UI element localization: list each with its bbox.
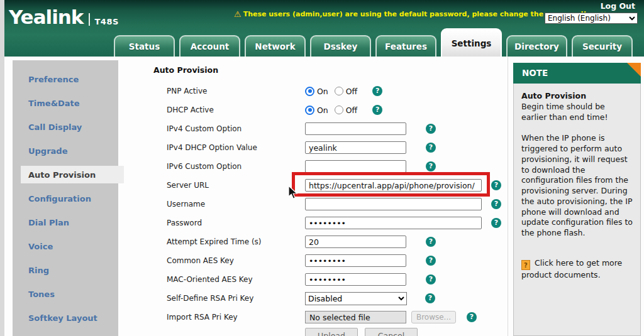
ipv4-dhcp-option-value-input[interactable] (305, 141, 406, 154)
field-label: DHCP Active (118, 106, 305, 114)
logo-divider (89, 13, 90, 26)
upload-button[interactable]: Upload (305, 328, 358, 336)
server-url-input[interactable] (305, 179, 482, 192)
note-heading: Auto Provision (521, 91, 633, 102)
folded-corner-icon (627, 63, 641, 77)
note-line: Begin time should be earlier than end ti… (521, 102, 633, 123)
radio-label: On (317, 106, 328, 115)
brand-name: Yealink (9, 8, 83, 27)
mac-oriented-aes-key-input[interactable] (305, 273, 406, 286)
field-label: Attempt Expired Time (s) (118, 237, 305, 246)
default-password-warning: ⚠ These users (admin,user) are using the… (234, 10, 586, 18)
form-row-pnp-active: PNP Active On Off ? (118, 82, 513, 100)
help-icon[interactable]: ? (426, 237, 436, 247)
help-icon[interactable]: ? (426, 256, 436, 266)
help-icon[interactable]: ? (426, 161, 436, 171)
ipv4-custom-option-input[interactable] (305, 122, 406, 135)
form-buttons: Upload Cancel (305, 328, 418, 336)
sidebar-item-configuration[interactable]: Configuration (13, 187, 118, 210)
tab-dsskey[interactable]: Dsskey (310, 35, 371, 57)
tab-settings[interactable]: Settings (441, 28, 502, 57)
warning-icon: ⚠ (234, 10, 242, 18)
form-row-ipv6-custom-option: IPv6 Custom Option ? (118, 157, 513, 176)
tab-security[interactable]: Security (572, 35, 633, 57)
tab-status[interactable]: Status (114, 35, 175, 57)
sidebar-item-ring[interactable]: Ring (13, 258, 118, 282)
language-select[interactable]: English (English) (545, 13, 638, 24)
sidebar-item-time-date[interactable]: Time&Date (13, 91, 118, 115)
common-aes-key-input[interactable] (305, 254, 406, 267)
form-row-ipv4-custom-option: IPv4 Custom Option ? (118, 119, 513, 138)
help-icon[interactable]: ? (372, 105, 382, 115)
note-docs-line: ?Click here to get more product document… (521, 258, 633, 281)
form-row-self-define-rsa-pri-key: Self-Define RSA Pri Key Disabled ? (118, 289, 513, 308)
document-help-icon[interactable]: ? (521, 260, 530, 270)
tab-network[interactable]: Network (245, 35, 306, 57)
password-input[interactable] (305, 217, 482, 229)
form-rows: PNP Active On Off ? DHCP Active On (118, 82, 513, 327)
attempt-expired-time-input[interactable] (305, 236, 406, 248)
radio-icon (335, 106, 343, 114)
help-icon[interactable]: ? (426, 274, 436, 285)
username-input[interactable] (305, 198, 482, 210)
logout-link[interactable]: Log Out (601, 1, 635, 11)
field-label: Server URL (118, 181, 305, 190)
form-section-title: Auto Provision (153, 65, 218, 75)
sidebar-item-tones[interactable]: Tones (13, 282, 118, 306)
field-label: IPv4 Custom Option (118, 124, 305, 133)
field-label: Import RSA Pri Key (118, 313, 305, 322)
tab-features[interactable]: Features (375, 35, 436, 57)
help-icon[interactable]: ? (491, 180, 501, 190)
form-row-common-aes-key: Common AES Key ? (118, 251, 513, 270)
field-label: IPv6 Custom Option (118, 162, 305, 171)
browse-button[interactable]: Browse... (411, 311, 456, 323)
self-define-rsa-select[interactable]: Disabled (305, 292, 407, 305)
help-icon[interactable]: ? (426, 124, 436, 134)
field-label: IPv4 DHCP Option Value (118, 143, 305, 152)
help-icon[interactable]: ? (491, 218, 501, 228)
cancel-button[interactable]: Cancel (365, 328, 418, 336)
form-row-import-rsa-pri-key: Import RSA Pri Key No selected file Brow… (118, 308, 513, 327)
pnp-active-off-radio[interactable]: Off (335, 87, 364, 96)
sidebar-item-upgrade[interactable]: Upgrade (13, 139, 118, 163)
docs-link-text[interactable]: Click here to get more product documents… (521, 258, 622, 279)
sidebar: Preference Time&Date Call Display Upgrad… (13, 60, 118, 336)
yealink-admin-page: Log Out Yealink T48S ⚠ These users (admi… (0, 0, 644, 336)
note-body: Auto Provision Begin time should be earl… (513, 84, 641, 336)
dhcp-active-off-radio[interactable]: Off (335, 106, 364, 115)
help-icon[interactable]: ? (425, 293, 435, 303)
help-icon[interactable]: ? (372, 86, 382, 96)
radio-label: Off (346, 106, 357, 115)
import-rsa-file-field[interactable]: No selected file (305, 311, 406, 323)
sidebar-item-auto-provision[interactable]: Auto Provision (21, 166, 124, 183)
sidebar-item-preference[interactable]: Preference (13, 67, 118, 91)
sidebar-item-softkey-layout[interactable]: Softkey Layout (13, 306, 118, 330)
form-row-password: Password ? (118, 214, 513, 232)
form-row-server-url: Server URL ? (118, 176, 513, 195)
logo: Yealink T48S (9, 8, 119, 27)
sidebar-item-dial-plan[interactable]: Dial Plan (13, 210, 118, 234)
header: Log Out Yealink T48S ⚠ These users (admi… (0, 0, 644, 57)
sidebar-item-call-display[interactable]: Call Display (13, 115, 118, 139)
tab-account[interactable]: Account (179, 35, 240, 57)
radio-label: On (317, 87, 328, 96)
radio-icon (335, 87, 343, 95)
help-icon[interactable]: ? (491, 199, 501, 209)
note-paragraph: When the IP phone is triggered to perfor… (521, 133, 633, 239)
ipv6-custom-option-input[interactable] (305, 160, 406, 173)
dhcp-active-on-radio[interactable]: On (305, 106, 335, 115)
help-icon[interactable]: ? (426, 143, 436, 153)
radio-selected-icon (305, 87, 314, 96)
help-icon[interactable]: ? (467, 312, 477, 322)
sidebar-item-voice[interactable]: Voice (13, 234, 118, 258)
page-left-margin (0, 0, 4, 336)
pnp-active-on-radio[interactable]: On (305, 87, 335, 96)
nav-tabs: Status Account Network Dsskey Features S… (114, 28, 633, 57)
content-note-divider (508, 57, 508, 336)
note-panel: NOTE Auto Provision Begin time should be… (513, 63, 641, 336)
radio-selected-icon (305, 106, 314, 115)
form-row-username: Username ? (118, 195, 513, 214)
form-row-mac-oriented-aes-key: MAC-Oriented AES Key ? (118, 270, 513, 289)
field-label: Self-Define RSA Pri Key (118, 294, 305, 303)
tab-directory[interactable]: Directory (506, 35, 567, 57)
